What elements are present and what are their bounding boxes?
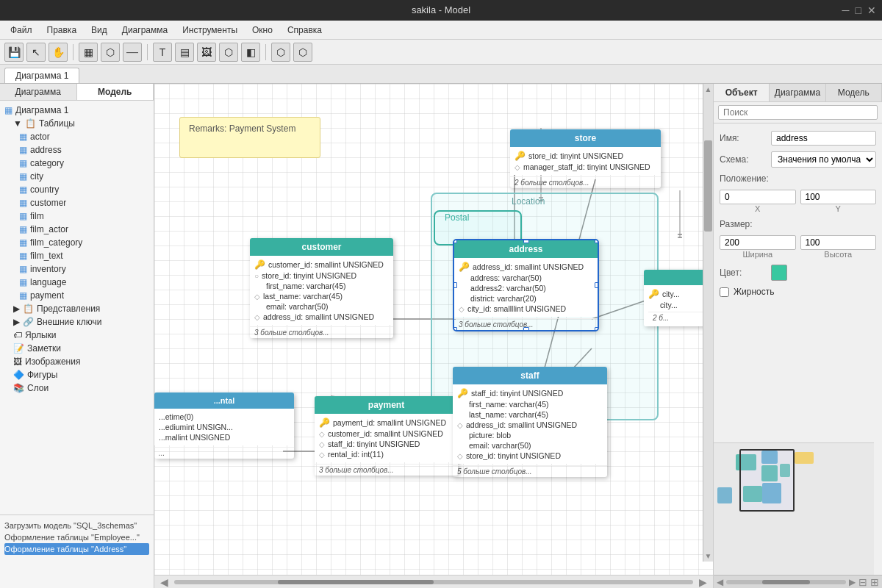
tab-diagram1[interactable]: Диаграмма 1 (4, 68, 79, 83)
table-card-address[interactable]: address 🔑address_id: smallint UNSIGNED a… (454, 240, 598, 330)
prop-height-label: Высота (800, 250, 877, 259)
table-card-rental[interactable]: ...ntal ...etime(0) ...ediumint UNSIGN..… (154, 392, 294, 459)
sidebar-tab-model[interactable]: Модель (77, 84, 154, 100)
table-payment[interactable]: ▦payment (15, 289, 154, 302)
search-input[interactable] (718, 105, 878, 120)
tree-tables-header[interactable]: ▼ 📋 Таблицы (9, 117, 154, 130)
table-inventory[interactable]: ▦inventory (15, 262, 154, 276)
rtab-model[interactable]: Модель (826, 84, 882, 101)
prop-y-input[interactable] (800, 190, 877, 204)
table-city[interactable]: ▦city (15, 170, 154, 183)
sidebar-tabs: Диаграмма Модель (0, 84, 154, 101)
scroll-right[interactable]: ▶ (696, 576, 710, 588)
close-button[interactable]: ✕ (867, 3, 876, 18)
tb-text[interactable]: T (153, 43, 172, 62)
prop-bold-checkbox[interactable] (720, 287, 729, 297)
canvas[interactable]: Remarks: Payment System Location Postal … (154, 84, 713, 575)
tb-shape1[interactable]: ⬡ (219, 43, 238, 62)
field-text: manager_staff_id: tinyint UNSIGNED (523, 162, 650, 171)
table-category[interactable]: ▦category (15, 157, 154, 170)
circle-icon: ○ (254, 272, 259, 280)
note-payment-system[interactable]: Remarks: Payment System (179, 117, 320, 158)
tb-view[interactable]: ⬡ (101, 43, 120, 62)
tb-shape2[interactable]: ◧ (241, 43, 260, 62)
log-item-1[interactable]: Оформление таблицы "Employee..." (4, 531, 149, 543)
prop-color-swatch[interactable] (771, 265, 787, 281)
table-card-store[interactable]: store 🔑store_id: tinyint UNSIGNED ◇manag… (510, 129, 661, 188)
scroll-up[interactable]: ▲ (703, 84, 713, 95)
tb-save[interactable]: 💾 (4, 43, 24, 62)
minimap-zoom-out[interactable]: ⊟ (858, 576, 867, 588)
table-actor[interactable]: ▦actor (15, 130, 154, 143)
prop-schema-select[interactable]: Значения по умолчанию (771, 151, 876, 168)
table-card-staff[interactable]: staff 🔑staff_id: tinyint UNSIGNED first_… (453, 367, 607, 477)
tree-layers[interactable]: 📚Слои (9, 381, 154, 395)
diamond-icon: ◇ (319, 451, 325, 459)
menu-help[interactable]: Справка (282, 24, 328, 37)
table-country[interactable]: ▦country (15, 183, 154, 196)
minimap-zoom-in[interactable]: ⊞ (870, 576, 879, 588)
prop-height-input[interactable] (800, 235, 877, 250)
menu-file[interactable]: Файл (4, 24, 38, 37)
tree-tables-list: ▦actor ▦address ▦category ▦city ▦country… (9, 130, 154, 302)
tree-images[interactable]: 🖼Изображения (9, 355, 154, 368)
tree-diagram[interactable]: ▦ Диаграмма 1 (0, 104, 154, 117)
tb-fit[interactable]: ⬡ (293, 43, 312, 62)
minimap-viewport[interactable] (739, 449, 795, 512)
tree-shapes[interactable]: 🔷Фигуры (9, 368, 154, 381)
tree-fk-header[interactable]: ▶ 🔗 Внешние ключи (9, 315, 154, 329)
tb-image[interactable]: 🖼 (197, 43, 216, 62)
shapes-text: Фигуры (27, 370, 57, 380)
tree-labels[interactable]: 🏷Ярлыки (9, 329, 154, 342)
tb-zoom[interactable]: ⬡ (271, 43, 290, 62)
tb-table[interactable]: ▦ (79, 43, 98, 62)
table-film-text[interactable]: ▦film_text (15, 249, 154, 262)
log-item-2[interactable]: Оформление таблицы "Address" (4, 543, 149, 555)
tree-views-header[interactable]: ▶ 📋 Представления (9, 302, 154, 315)
table-address[interactable]: ▦address (15, 143, 154, 157)
field-text: first_name: varchar(45) (469, 400, 549, 409)
table-icon: ▦ (19, 264, 27, 274)
sidebar-tab-diagram[interactable]: Диаграмма (0, 84, 77, 100)
tree-notes[interactable]: 📝Заметки (9, 342, 154, 355)
tb-note[interactable]: ▤ (175, 43, 194, 62)
minimize-button[interactable]: ─ (842, 3, 850, 18)
menu-window[interactable]: Окно (246, 24, 279, 37)
menu-view[interactable]: Вид (85, 24, 113, 37)
scroll-down[interactable]: ▼ (703, 551, 713, 562)
select-handle-bm (523, 327, 529, 330)
menu-edit[interactable]: Правка (41, 24, 83, 37)
prop-width-input[interactable] (720, 235, 796, 250)
table-customer[interactable]: ▦customer (15, 196, 154, 209)
labels-text: Ярлыки (25, 330, 57, 340)
log-item-0[interactable]: Загрузить модель "SQL_3schemas" (4, 520, 149, 531)
scroll-thumb-v[interactable] (704, 140, 712, 232)
maximize-button[interactable]: □ (856, 3, 861, 18)
menu-tools[interactable]: Инструменты (176, 24, 243, 37)
minimap-scroll-left[interactable]: ◀ (717, 577, 723, 587)
tb-sep3 (265, 44, 266, 60)
prop-name-input[interactable] (771, 131, 876, 146)
scroll-thumb-h[interactable] (278, 580, 434, 584)
menu-diagram[interactable]: Диаграмма (116, 24, 173, 37)
table-body-rental: ...etime(0) ...ediumint UNSIGN... ...mal… (154, 409, 294, 445)
tb-line[interactable]: — (123, 43, 142, 62)
rtab-object[interactable]: Объект (714, 84, 770, 101)
vertical-scrollbar[interactable]: ▲ ▼ (703, 84, 713, 562)
table-card-customer[interactable]: customer 🔑customer_id: smallint UNSIGNED… (250, 238, 393, 338)
tb-select[interactable]: ↖ (26, 43, 46, 62)
table-card-payment[interactable]: payment 🔑payment_id: smallint UNSIGNED ◇… (315, 396, 458, 476)
table-language[interactable]: ▦language (15, 276, 154, 289)
minimap-scroll-thumb[interactable] (762, 580, 810, 584)
tb-hand[interactable]: ✋ (49, 43, 68, 62)
rtab-diagram[interactable]: Диаграмма (770, 84, 825, 101)
scroll-left[interactable]: ◀ (157, 576, 171, 588)
table-film[interactable]: ▦film (15, 209, 154, 223)
sidebar: Диаграмма Модель ▦ Диаграмма 1 ▼ 📋 Табли… (0, 84, 154, 588)
table-film-category[interactable]: ▦film_category (15, 236, 154, 249)
field-text: payment_id: smallint UNSIGNED (333, 418, 446, 427)
table-film-actor[interactable]: ▦film_actor (15, 223, 154, 236)
window-controls[interactable]: ─ □ ✕ (842, 3, 876, 18)
prop-x-input[interactable] (720, 190, 796, 204)
minimap-scroll-right[interactable]: ▶ (849, 577, 856, 587)
